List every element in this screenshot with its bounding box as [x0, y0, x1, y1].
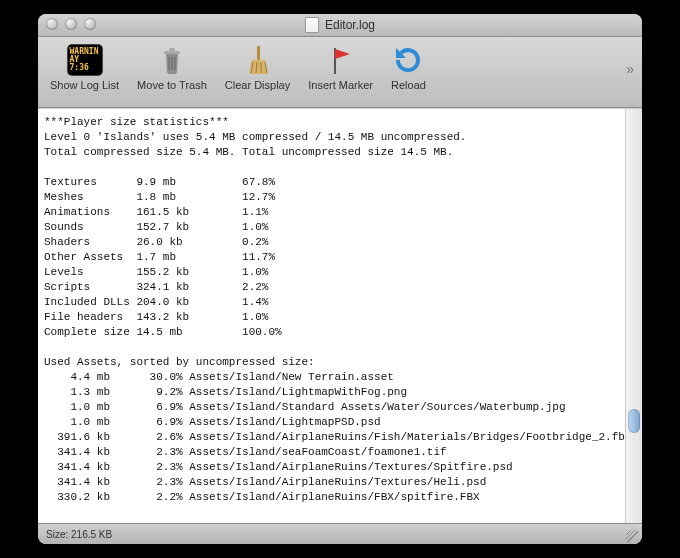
move-to-trash-button[interactable]: Move to Trash — [133, 43, 211, 91]
warning-icon: WARNINAY 7:36 — [68, 45, 102, 75]
status-size-value: 216.5 KB — [71, 529, 112, 540]
toolbar-label: Clear Display — [225, 79, 290, 91]
window-title-text: Editor.log — [325, 18, 375, 32]
traffic-lights — [46, 18, 96, 30]
flag-icon — [324, 43, 358, 77]
log-content[interactable]: ***Player size statistics*** Level 0 'Is… — [38, 108, 642, 523]
toolbar-label: Show Log List — [50, 79, 119, 91]
status-size-label: Size: — [46, 529, 68, 540]
broom-icon — [241, 43, 275, 77]
titlebar[interactable]: Editor.log — [38, 14, 642, 37]
log-window: Editor.log WARNINAY 7:36 Show Log List M… — [38, 14, 642, 544]
reload-button[interactable]: Reload — [387, 43, 430, 91]
toolbar-label: Reload — [391, 79, 426, 91]
log-text: ***Player size statistics*** Level 0 'Is… — [38, 109, 642, 511]
svg-rect-0 — [164, 51, 180, 54]
document-icon — [305, 17, 319, 33]
toolbar-overflow-icon[interactable]: » — [626, 61, 634, 77]
scrollbar-thumb[interactable] — [628, 409, 640, 433]
trash-icon — [155, 43, 189, 77]
status-bar: Size: 216.5 KB — [38, 523, 642, 544]
zoom-icon[interactable] — [84, 18, 96, 30]
svg-rect-1 — [169, 48, 175, 51]
resize-grip-icon[interactable] — [626, 530, 638, 542]
toolbar-label: Insert Marker — [308, 79, 373, 91]
toolbar: WARNINAY 7:36 Show Log List Move to Tras… — [38, 37, 642, 108]
toolbar-label: Move to Trash — [137, 79, 207, 91]
vertical-scrollbar[interactable] — [625, 109, 642, 523]
insert-marker-button[interactable]: Insert Marker — [304, 43, 377, 91]
show-log-list-button[interactable]: WARNINAY 7:36 Show Log List — [46, 43, 123, 91]
window-title: Editor.log — [305, 17, 375, 33]
reload-icon — [391, 43, 425, 77]
close-icon[interactable] — [46, 18, 58, 30]
clear-display-button[interactable]: Clear Display — [221, 43, 294, 91]
svg-rect-2 — [257, 46, 260, 60]
minimize-icon[interactable] — [65, 18, 77, 30]
